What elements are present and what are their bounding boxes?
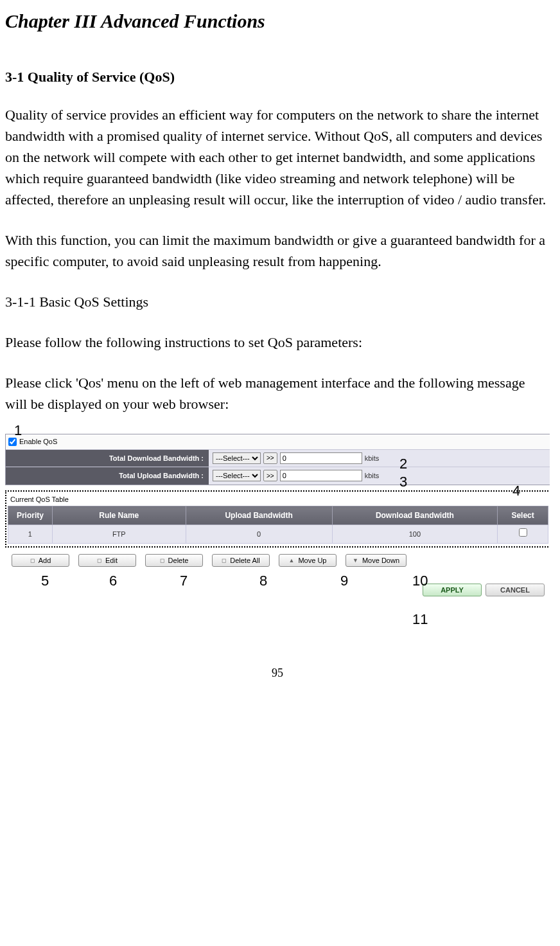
cancel-button[interactable]: CANCEL xyxy=(486,584,545,596)
callout-5: 5 xyxy=(41,570,49,591)
enable-qos-label: Enable QoS xyxy=(19,436,57,447)
delete-all-button[interactable]: ◻Delete All xyxy=(212,554,270,567)
callout-7: 7 xyxy=(180,570,188,591)
download-preset-select[interactable]: ---Select--- xyxy=(213,452,261,464)
callout-10: 10 xyxy=(412,570,428,591)
qos-button-row: ◻Add ◻Edit ◻Delete ◻Delete All ▲Move Up … xyxy=(5,548,550,569)
upload-bandwidth-row: Total Upload Bandwidth : ---Select--- >>… xyxy=(6,467,550,485)
download-bandwidth-input[interactable] xyxy=(280,452,362,464)
table-header-row: Priority Rule Name Upload Bandwidth Down… xyxy=(8,506,548,525)
callout-4: 4 xyxy=(512,480,520,501)
download-bandwidth-controls: ---Select--- >> kbits xyxy=(209,450,550,467)
cell-select xyxy=(498,525,548,544)
delete-all-icon: ◻ xyxy=(222,557,226,564)
subsection-title: 3-1-1 Basic QoS Settings xyxy=(5,291,550,312)
upload-unit-label: kbits xyxy=(365,470,380,481)
qos-top-area: Enable QoS Total Download Bandwidth : --… xyxy=(5,434,550,485)
delete-button-label: Delete xyxy=(168,557,189,564)
section-title: 3-1 Quality of Service (QoS) xyxy=(5,66,550,87)
enable-qos-row: Enable QoS xyxy=(6,434,550,450)
apply-button[interactable]: APPLY xyxy=(423,584,482,596)
callout-6: 6 xyxy=(109,570,117,591)
table-row: 1 FTP 0 100 xyxy=(8,525,548,544)
header-upload: Upload Bandwidth xyxy=(186,506,332,525)
move-up-button-label: Move Up xyxy=(298,557,326,564)
download-bandwidth-row: Total Download Bandwidth : ---Select--- … xyxy=(6,450,550,468)
paragraph-4: Please click 'Qos' menu on the left of w… xyxy=(5,372,550,415)
callout-8: 8 xyxy=(259,570,267,591)
paragraph-3: Please follow the following instructions… xyxy=(5,332,550,353)
upload-preset-select[interactable]: ---Select--- xyxy=(213,470,261,481)
arrow-up-icon: ▲ xyxy=(289,557,295,564)
add-button-label: Add xyxy=(39,557,51,564)
delete-all-button-label: Delete All xyxy=(230,557,259,564)
upload-bandwidth-label: Total Upload Bandwidth : xyxy=(6,467,209,485)
edit-button-label: Edit xyxy=(105,557,118,564)
upload-bandwidth-input[interactable] xyxy=(280,470,362,481)
row-select-checkbox[interactable] xyxy=(519,528,527,537)
paragraph-1: Quality of service provides an efficient… xyxy=(5,104,550,210)
chapter-title: Chapter III Advanced Functions xyxy=(5,6,550,35)
cell-download: 100 xyxy=(332,525,498,544)
download-unit-label: kbits xyxy=(365,453,380,464)
callout-9: 9 xyxy=(340,570,348,591)
qos-table-title: Current QoS Table xyxy=(8,493,548,506)
qos-screenshot: 1 2 3 4 5 6 7 8 9 10 11 Enable QoS Total… xyxy=(5,434,550,600)
download-bandwidth-label: Total Download Bandwidth : xyxy=(6,450,209,467)
add-button[interactable]: ◻Add xyxy=(12,554,69,567)
delete-icon: ◻ xyxy=(160,557,164,564)
arrow-down-icon: ▼ xyxy=(353,557,358,564)
callout-3: 3 xyxy=(399,471,407,492)
download-apply-preset-button[interactable]: >> xyxy=(263,452,277,464)
callout-11: 11 xyxy=(412,609,428,630)
qos-table-container: Current QoS Table Priority Rule Name Upl… xyxy=(5,490,550,548)
cell-upload: 0 xyxy=(186,525,332,544)
cell-priority: 1 xyxy=(8,525,53,544)
header-rule-name: Rule Name xyxy=(52,506,186,525)
delete-button[interactable]: ◻Delete xyxy=(145,554,203,567)
cell-rule-name: FTP xyxy=(52,525,186,544)
edit-icon: ◻ xyxy=(97,557,101,564)
qos-panel: Enable QoS Total Download Bandwidth : --… xyxy=(5,434,550,600)
upload-bandwidth-controls: ---Select--- >> kbits xyxy=(209,467,550,484)
header-priority: Priority xyxy=(8,506,53,525)
move-down-button[interactable]: ▼Move Down xyxy=(346,554,407,567)
edit-button[interactable]: ◻Edit xyxy=(78,554,136,567)
header-select: Select xyxy=(498,506,548,525)
apply-cancel-row: APPLY CANCEL xyxy=(5,569,550,600)
upload-apply-preset-button[interactable]: >> xyxy=(263,470,277,481)
qos-table: Priority Rule Name Upload Bandwidth Down… xyxy=(8,506,548,544)
header-download: Download Bandwidth xyxy=(332,506,498,525)
move-up-button[interactable]: ▲Move Up xyxy=(279,554,337,567)
paragraph-2: With this function, you can limit the ma… xyxy=(5,229,550,272)
page-number: 95 xyxy=(5,665,550,682)
move-down-button-label: Move Down xyxy=(362,557,399,564)
callout-1: 1 xyxy=(14,420,22,441)
plus-icon: ◻ xyxy=(30,557,35,564)
